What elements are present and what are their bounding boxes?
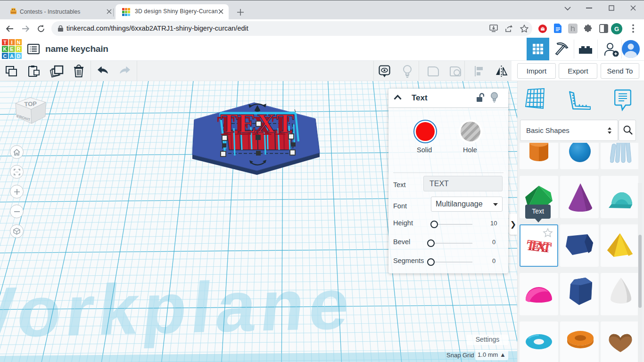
svg-text:E: E — [10, 46, 13, 52]
svg-text:K: K — [3, 46, 7, 52]
svg-text:T: T — [3, 40, 7, 45]
svg-text:G: G — [614, 25, 619, 33]
svg-text:C: C — [3, 53, 7, 59]
svg-text:I: I — [11, 40, 12, 45]
svg-text:A: A — [10, 53, 14, 59]
svg-text:N: N — [17, 40, 21, 45]
svg-text:D: D — [17, 53, 21, 59]
svg-text:R: R — [17, 46, 21, 52]
svg-text:TOP: TOP — [24, 100, 37, 107]
